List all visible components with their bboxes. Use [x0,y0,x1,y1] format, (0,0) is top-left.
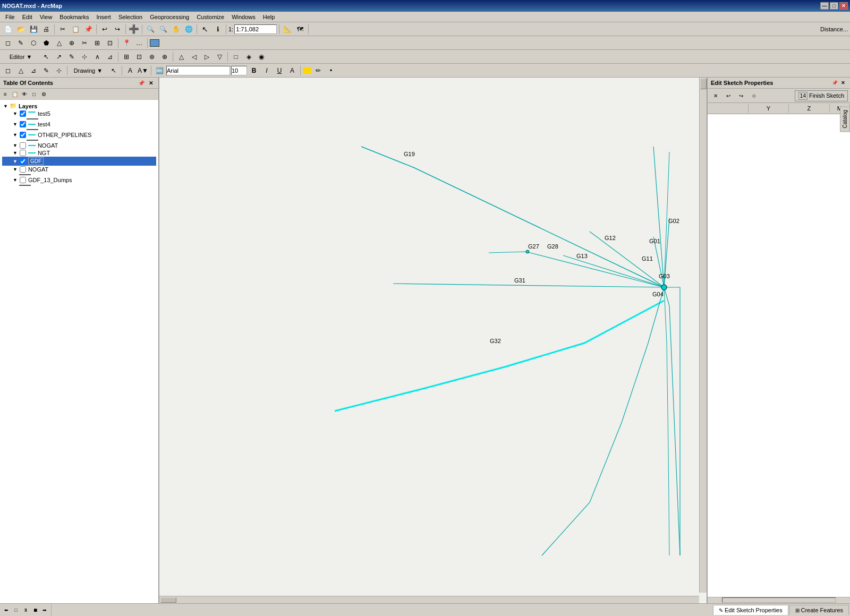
new-btn[interactable]: 📄 [2,23,14,35]
edit-tool-3[interactable]: ⬡ [28,37,39,49]
close-button[interactable]: ✕ [839,2,848,10]
nogat2-checkbox[interactable] [20,166,26,173]
menu-insert[interactable]: Insert [93,13,114,21]
editor-dropdown-btn[interactable]: Editor ▼ [2,51,39,63]
menu-geoprocessing[interactable]: Geoprocessing [147,13,192,21]
rp-undo-btn[interactable]: ↩ [722,90,734,101]
h-scrollbar-area[interactable] [52,604,713,616]
bold-btn[interactable]: B [248,65,260,76]
edit-tool-7[interactable]: ✂ [79,37,90,49]
zoom-in-btn[interactable]: 🔍 [144,23,156,35]
toc-close-btn[interactable]: ✕ [147,79,155,87]
rp-redo-btn[interactable]: ↪ [735,90,747,101]
font-size-input[interactable]: 10 [231,66,247,75]
maximize-button[interactable]: □ [830,2,838,10]
drawing-dropdown[interactable]: Drawing ▼ [70,65,107,76]
menu-view[interactable]: View [37,13,56,21]
draw-tool1[interactable]: ◻ [2,65,14,76]
edit-tool-8[interactable]: ⊞ [91,37,103,49]
toc-item-test4[interactable]: ▼ test4 [2,121,156,128]
editor-tool3[interactable]: ✎ [66,51,78,63]
editor-tool2[interactable]: ↗ [53,51,65,63]
identify-btn[interactable]: ℹ [212,23,224,35]
menu-help[interactable]: Help [260,13,278,21]
font-color-btn[interactable]: A [286,65,298,76]
snap-btn[interactable]: 📍 [121,37,132,49]
edit-tool-2[interactable]: ✎ [15,37,27,49]
editor-tool11[interactable]: △ [175,51,187,63]
draw-text1[interactable]: A [124,65,136,76]
editor-tool8[interactable]: ⊡ [133,51,145,63]
toc-options-btn[interactable]: ⚙ [39,90,48,98]
font-name-input[interactable]: Arial [166,66,230,75]
editor-tool1[interactable]: ↖ [40,51,52,63]
right-panel-pin-btn[interactable]: 📌 [831,79,838,87]
editor-tool7[interactable]: ⊞ [121,51,132,63]
italic-btn[interactable]: I [261,65,273,76]
edit-tool-6[interactable]: ⊕ [66,37,78,49]
editor-tool12[interactable]: ◁ [188,51,200,63]
gdf-checkbox[interactable] [20,158,26,165]
toc-visibility-btn[interactable]: 👁 [20,90,29,98]
toc-list-btn[interactable]: ≡ [1,90,10,98]
pan-btn[interactable]: ✋ [170,23,182,35]
layout-view-btn[interactable]: 📐 [282,23,293,35]
toc-item-ngt[interactable]: ▼ NGT [2,149,156,157]
cut-btn[interactable]: ✂ [57,23,69,35]
add-data-btn[interactable]: ➕ [128,23,140,35]
edit-tool-9[interactable]: ⊡ [104,37,116,49]
draw-tool4[interactable]: ✎ [40,65,52,76]
zoom-out-btn[interactable]: 🔍 [157,23,169,35]
delete-vertex-btn[interactable]: ✕ [710,90,721,101]
redo-btn[interactable]: ↪ [112,23,123,35]
toc-item-gdf13dumps[interactable]: ▼ GDF_13_Dumps [2,176,156,184]
move-to-btn[interactable]: ⊹ [748,90,760,101]
save-btn[interactable]: 💾 [28,23,39,35]
ngt-checkbox[interactable] [20,150,26,156]
editor-tool13[interactable]: ▷ [201,51,212,63]
editor-tool14[interactable]: ▽ [214,51,225,63]
marker-btn[interactable]: • [325,65,337,76]
fill-color-btn[interactable] [303,67,311,74]
test4-checkbox[interactable] [20,121,26,127]
map-hscroll[interactable] [159,596,699,603]
toc-item-nogat2[interactable]: ▼ NOGAT [2,166,156,173]
more-tools[interactable]: … [133,37,145,49]
editor-tool10[interactable]: ⊕ [159,51,171,63]
catalog-tab[interactable]: Catalog [840,106,850,132]
select-btn[interactable]: ↖ [199,23,211,35]
test5-checkbox[interactable] [20,110,26,117]
edit-tool-1[interactable]: ◻ [2,37,14,49]
underline-btn[interactable]: U [274,65,285,76]
map-nav-stop-btn[interactable]: ⏹ [31,606,39,614]
draw-tool3[interactable]: ⊿ [28,65,39,76]
toc-pin-btn[interactable]: 📌 [137,79,146,87]
finish-sketch-button[interactable]: 14 Finish Sketch [795,90,848,101]
line-color-btn[interactable]: ✏ [312,65,324,76]
editor-tool17[interactable]: ◉ [256,51,267,63]
editor-tool4[interactable]: ⊹ [79,51,90,63]
map-nav-pause-btn[interactable]: ⏸ [21,606,30,614]
color-swatch[interactable] [150,39,159,47]
copy-btn[interactable]: 📋 [70,23,81,35]
edit-tool-4[interactable]: ⬟ [40,37,52,49]
editor-tool15[interactable]: □ [230,51,242,63]
layers-root-item[interactable]: ▼ 📁 Layers [2,102,156,110]
draw-text2[interactable]: A▼ [137,65,149,76]
toc-item-nogat1[interactable]: ▼ NOGAT [2,142,156,149]
map-nav-right-btn[interactable]: ➡ [40,606,49,614]
draw-select[interactable]: ↖ [108,65,120,76]
paste-btn[interactable]: 📌 [82,23,94,35]
undo-btn[interactable]: ↩ [99,23,110,35]
menu-bookmarks[interactable]: Bookmarks [56,13,92,21]
open-btn[interactable]: 📂 [15,23,27,35]
tab-create-features[interactable]: ⊞ Create Features [789,605,849,615]
right-panel-hscroll[interactable] [708,597,850,603]
scale-input[interactable]: 1:71,082 [234,24,277,34]
edit-tool-5[interactable]: △ [53,37,65,49]
minimize-button[interactable]: — [820,2,829,10]
map-area[interactable]: G19 G27 G28 G12 G13 G02 G01 G11 G03 G04 … [159,78,707,603]
draw-tool2[interactable]: △ [15,65,27,76]
editor-tool6[interactable]: ⊿ [104,51,116,63]
menu-file[interactable]: File [2,13,18,21]
